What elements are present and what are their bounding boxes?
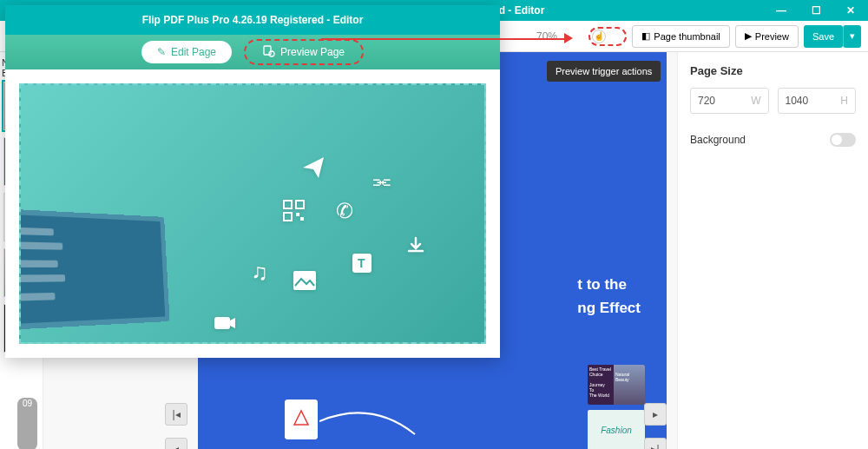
background-toggle[interactable] (830, 133, 856, 147)
popup-titlebar: Flip PDF Plus Pro 4.26.19 Registered - E… (5, 5, 500, 35)
height-value: 1040 (786, 95, 809, 107)
preview-popup: Flip PDF Plus Pro 4.26.19 Registered - E… (5, 5, 500, 358)
width-value: 720 (698, 95, 715, 107)
music-icon: ♫ (247, 259, 273, 285)
svg-point-1 (269, 51, 274, 56)
save-dropdown[interactable]: ▾ (843, 25, 861, 48)
preview-button[interactable]: ▶ Preview (735, 25, 799, 48)
sample-book-cover-1: Best TravelChoiceJourneyToThe World Natu… (588, 365, 645, 405)
send-icon (300, 155, 326, 181)
preview-tab-label: Preview Page (280, 46, 345, 58)
save-label: Save (812, 31, 834, 42)
svg-rect-0 (264, 46, 271, 55)
svg-rect-8 (300, 217, 304, 221)
height-unit: H (840, 95, 848, 107)
page-heading: t to the ng Effect (577, 273, 641, 320)
image-icon (292, 267, 318, 294)
svg-rect-9 (293, 271, 316, 290)
chevron-down-icon: ▾ (850, 30, 855, 42)
preview-label: Preview (755, 31, 789, 42)
annotation-arrow-line (321, 38, 569, 40)
close-button[interactable]: ✕ (833, 0, 868, 21)
save-button[interactable]: Save (804, 25, 843, 48)
edit-tab-label: Edit Page (171, 46, 216, 58)
last-page-button[interactable]: ▸| (644, 438, 667, 449)
preview-trigger-toggle[interactable]: ☝ (589, 27, 627, 46)
svg-marker-3 (230, 318, 235, 328)
svg-marker-10 (303, 157, 324, 178)
page-number-badge: 09 (17, 398, 37, 449)
link-icon: ⫘ (368, 168, 394, 195)
svg-rect-7 (296, 213, 299, 216)
heading-line-2: ng Effect (577, 296, 641, 320)
laptop-illustration (19, 212, 229, 344)
width-unit: W (751, 95, 760, 107)
video-icon (212, 311, 238, 337)
minimize-button[interactable]: — (764, 0, 799, 21)
phone-icon: ✆ (332, 198, 358, 224)
popup-tab-strip: ✎ Edit Page Preview Page (5, 35, 500, 69)
zoom-level: 70% (536, 30, 557, 43)
touch-icon: ☝ (592, 30, 606, 43)
properties-panel: Page Size 720 W 1040 H Background (677, 52, 868, 449)
svg-rect-5 (296, 201, 304, 208)
download-icon (403, 233, 429, 259)
page-width-input[interactable]: 720 W (690, 88, 769, 114)
preview-page-icon (263, 45, 275, 60)
text-icon: T (349, 250, 375, 276)
tab-edit-page[interactable]: ✎ Edit Page (141, 41, 232, 63)
page-thumbnail-label: Page thumbnail (654, 31, 720, 42)
annotation-arrow-head (564, 33, 573, 43)
qrcode-icon (281, 198, 307, 224)
next-page-button[interactable]: ▸ (644, 403, 667, 426)
sample-book-cover-2: Fashion (588, 410, 645, 449)
heading-line-1: t to the (577, 273, 641, 296)
svg-rect-4 (284, 201, 292, 208)
pdf-icon (285, 399, 318, 439)
preview-trigger-tooltip: Preview trigger actions (547, 61, 661, 82)
svg-rect-6 (284, 213, 292, 221)
page-thumbnail-button[interactable]: ◧ Page thumbnail (632, 25, 729, 48)
tab-preview-page[interactable]: Preview Page (244, 39, 364, 65)
play-icon: ▶ (745, 30, 752, 42)
popup-title: Flip PDF Plus Pro 4.26.19 Registered - E… (142, 14, 364, 26)
svg-rect-2 (214, 317, 230, 329)
first-page-button[interactable]: |◂ (165, 403, 187, 426)
maximize-button[interactable]: ☐ (799, 0, 833, 21)
prev-page-button[interactable]: ◂ (165, 438, 187, 449)
page-size-title: Page Size (690, 64, 856, 77)
preview-page-content: ♫ ✆ T ⫘ (19, 83, 486, 344)
fashion-label: Fashion (601, 426, 632, 435)
page-height-input[interactable]: 1040 H (778, 88, 857, 114)
edit-icon: ✎ (157, 46, 166, 58)
camera-icon: ◧ (641, 30, 650, 42)
svg-text:T: T (358, 256, 365, 270)
background-label: Background (690, 134, 746, 146)
